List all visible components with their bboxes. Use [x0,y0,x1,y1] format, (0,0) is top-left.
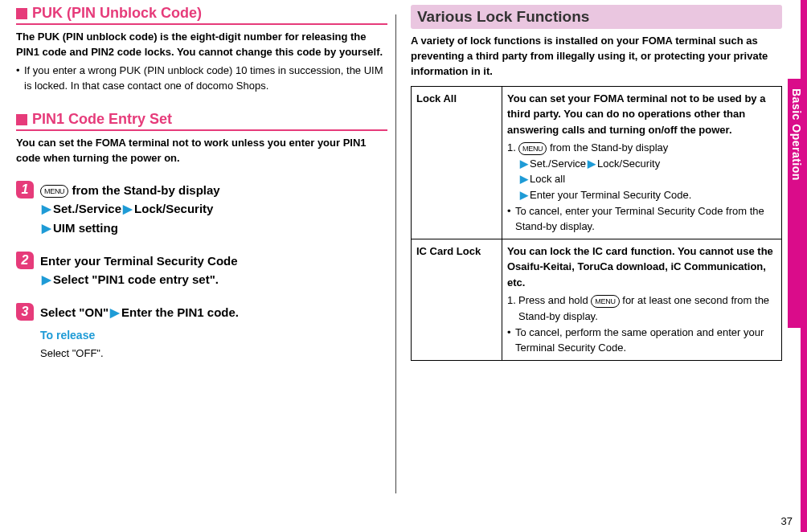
step3-a: Select "ON" [40,305,109,319]
puk-bullet-text: If you enter a wrong PUK (PIN unblock co… [24,63,387,94]
step-1: 1 MENU from the Stand-by display ▶Set./S… [16,181,387,237]
lockall-step-text: MENU from the Stand-by display ▶Set./Ser… [518,140,776,203]
menu-key-icon: MENU [518,142,547,155]
triangle-icon: ▶ [109,305,121,319]
sidebar-label: Basic Operation [788,79,803,181]
step3-release-text: Select "OFF". [40,346,387,362]
step2-b: Select "PIN1 code entry set". [53,272,219,286]
step-number: 1. [507,140,518,203]
iccard-step-pre: Press and hold [518,294,591,306]
step-3-body: Select "ON"▶Enter the PIN1 code. To rele… [40,303,387,362]
step1-b: Set./Service [53,202,121,215]
step-1-badge: 1 [16,181,34,198]
step-3: 3 Select "ON"▶Enter the PIN1 code. To re… [16,303,387,362]
lockall-label: Lock All [412,86,502,239]
iccard-step-text: Press and hold MENU for at least one sec… [518,293,776,324]
table-row: IC Card Lock You can lock the IC card fu… [412,239,782,360]
step-number: 1. [507,293,518,324]
bullet-dot: • [16,63,24,94]
lockall-cancel: • To cancel, enter your Terminal Securit… [507,204,776,235]
step-1-body: MENU from the Stand-by display ▶Set./Ser… [40,181,387,237]
lockall-step-e: Enter your Terminal Security Code. [530,189,691,201]
lock-table: Lock All You can set your FOMA terminal … [411,86,782,361]
triangle-icon: ▶ [586,158,597,170]
page-number: 37 [781,515,793,527]
triangle-icon: ▶ [518,158,530,170]
bullet-dot: • [507,204,515,235]
lock-intro: A variety of lock functions is installed… [411,34,782,80]
triangle-icon: ▶ [518,189,530,201]
triangle-icon: ▶ [40,202,53,215]
puk-heading-text: PUK (PIN Unblock Code) [32,5,202,22]
section-title: Various Lock Functions [411,5,782,29]
lockall-step-b: Set./Service [530,158,586,170]
iccard-desc: You can lock the IC card function. You c… [507,243,776,291]
step1-d: UIM setting [53,221,118,235]
lockall-step: 1. MENU from the Stand-by display ▶Set./… [507,140,776,203]
sidebar-tab: Basic Operation [788,79,807,328]
triangle-icon: ▶ [518,173,530,185]
iccard-label: IC Card Lock [412,239,502,360]
step1-a: from the Stand-by display [68,183,219,197]
puk-bullet: • If you enter a wrong PUK (PIN unblock … [16,63,387,94]
lockall-desc: You can set your FOMA terminal not to be… [507,91,776,138]
menu-key-icon: MENU [40,185,68,198]
lockall-step-pre: from the Stand-by display [547,141,668,153]
step-2-body: Enter your Terminal Security Code ▶Selec… [40,252,387,289]
iccard-cancel: • To cancel, perform the same operation … [507,325,776,356]
lockall-cancel-text: To cancel, enter your Terminal Security … [515,204,776,235]
iccard-cell: You can lock the IC card function. You c… [502,239,782,360]
step2-a: Enter your Terminal Security Code [40,254,238,268]
step-2-badge: 2 [16,252,34,269]
menu-key-icon: MENU [591,295,619,308]
pin1-intro: You can set the FOMA terminal not to wor… [16,136,387,166]
lockall-cell: You can set your FOMA terminal not to be… [502,86,782,239]
puk-intro: The PUK (PIN unblock code) is the eight-… [16,30,387,60]
bullet-dot: • [507,325,515,356]
triangle-icon: ▶ [121,202,134,215]
step1-c: Lock/Security [134,202,213,215]
step-2: 2 Enter your Terminal Security Code ▶Sel… [16,252,387,289]
lockall-step-c: Lock/Security [597,158,660,170]
iccard-step: 1. Press and hold MENU for at least one … [507,293,776,324]
step3-release-label: To release [40,327,387,345]
table-row: Lock All You can set your FOMA terminal … [412,86,782,239]
puk-heading: PUK (PIN Unblock Code) [16,5,387,25]
pin1-heading: PIN1 Code Entry Set [16,111,387,131]
iccard-cancel-text: To cancel, perform the same operation an… [515,325,776,356]
lockall-step-d: Lock all [530,173,565,185]
triangle-icon: ▶ [40,221,53,235]
step-3-badge: 3 [16,303,34,321]
step3-b: Enter the PIN1 code. [121,305,239,319]
triangle-icon: ▶ [40,272,53,286]
pin1-heading-text: PIN1 Code Entry Set [32,111,172,128]
